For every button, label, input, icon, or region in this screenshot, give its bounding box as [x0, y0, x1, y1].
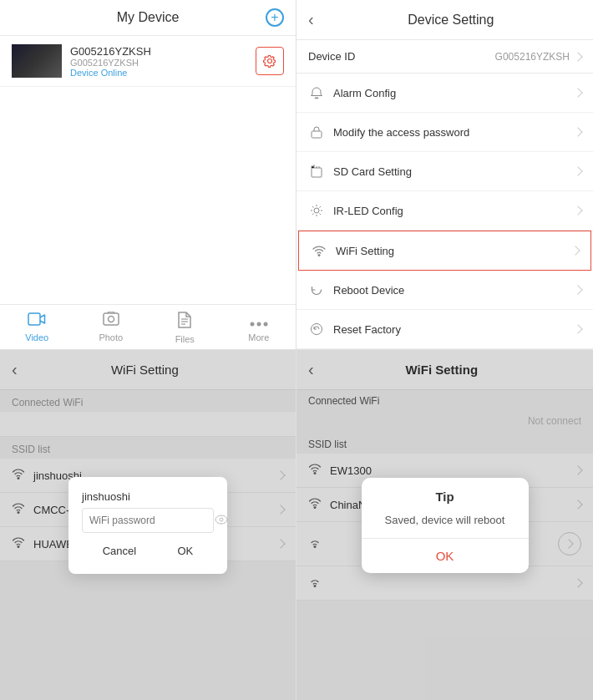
- device-setting-panel: ‹ Device Setting Device ID G005216YZKSH …: [296, 0, 593, 350]
- device-id-value: G005216YZKSH: [495, 51, 570, 63]
- setting-ir[interactable]: IR-LED Config: [296, 191, 593, 231]
- chevron-icon: [573, 88, 582, 97]
- add-device-button[interactable]: +: [266, 8, 284, 27]
- nav-video[interactable]: Video: [0, 305, 74, 349]
- device-name: G005216YZKSH: [70, 45, 256, 58]
- password-dialog-overlay: jinshuoshi Cancel OK: [0, 350, 296, 700]
- password-dialog: jinshuoshi Cancel OK: [68, 477, 227, 574]
- svg-rect-10: [312, 168, 322, 177]
- wifi-setting-panel-left: ‹ WiFi Setting Connected WiFi SSID list …: [0, 350, 296, 700]
- device-thumbnail: [12, 44, 62, 78]
- my-device-panel: My Device + G005216YZKSH G005216YZKSH De…: [0, 0, 296, 350]
- nav-files-label: Files: [175, 334, 195, 344]
- reset-icon: [308, 321, 325, 337]
- svg-rect-9: [312, 131, 322, 138]
- setting-wifi-label: WiFi Setting: [336, 245, 572, 257]
- more-icon: [250, 312, 268, 331]
- sd-icon: [308, 163, 325, 180]
- device-status: Device Online: [70, 68, 256, 78]
- nav-files[interactable]: Files: [148, 305, 222, 349]
- lock-icon: [308, 124, 325, 140]
- setting-reboot-label: Reboot Device: [333, 284, 575, 297]
- nav-photo-label: Photo: [99, 332, 123, 342]
- nav-more-label: More: [248, 332, 269, 342]
- setting-sd[interactable]: SD Card Setting: [296, 152, 593, 191]
- photo-icon: [103, 312, 119, 331]
- device-id-row: Device ID G005216YZKSH: [296, 40, 593, 74]
- svg-point-18: [220, 518, 223, 521]
- nav-photo[interactable]: Photo: [74, 305, 149, 349]
- device-settings-button[interactable]: [256, 47, 284, 75]
- wifi-password-input[interactable]: [89, 515, 215, 526]
- tip-ok-button[interactable]: OK: [362, 539, 529, 573]
- device-setting-header: ‹ Device Setting: [296, 0, 593, 40]
- chevron-icon: [573, 285, 582, 294]
- svg-rect-1: [104, 313, 119, 325]
- dialog-ssid-name: jinshuoshi: [82, 490, 214, 503]
- dialog-password-row: [82, 508, 214, 533]
- chevron-icon: [573, 205, 582, 215]
- setting-password[interactable]: Modify the access password: [296, 113, 593, 152]
- tip-dialog-overlay: Tip Saved, device will reboot OK: [296, 350, 593, 700]
- reboot-icon: [308, 282, 325, 298]
- setting-ir-label: IR-LED Config: [333, 205, 575, 217]
- setting-reset-label: Reset Factory: [333, 323, 575, 336]
- device-id-label: Device ID: [308, 50, 495, 63]
- back-button[interactable]: ‹: [308, 10, 314, 29]
- dialog-ok-button[interactable]: OK: [161, 541, 210, 561]
- wifi-setting-icon: [311, 242, 327, 259]
- nav-video-label: Video: [25, 332, 48, 342]
- nav-more[interactable]: More: [222, 305, 296, 349]
- chevron-icon: [573, 324, 582, 333]
- dialog-cancel-button[interactable]: Cancel: [86, 541, 153, 561]
- files-icon: [177, 312, 192, 332]
- device-item: G005216YZKSH G005216YZKSH Device Online: [0, 36, 296, 87]
- tip-dialog: Tip Saved, device will reboot OK: [362, 478, 529, 573]
- chevron-icon: [573, 127, 582, 136]
- dialog-buttons: Cancel OK: [82, 541, 214, 561]
- svg-point-2: [108, 317, 114, 322]
- setting-alarm-label: Alarm Config: [333, 87, 575, 99]
- bottom-nav: Video Photo File: [0, 304, 296, 349]
- video-icon: [28, 312, 46, 331]
- svg-point-17: [215, 515, 227, 524]
- chevron-icon: [573, 166, 582, 175]
- setting-alarm[interactable]: Alarm Config: [296, 74, 593, 113]
- eye-icon[interactable]: [215, 514, 228, 527]
- device-id-small: G005216YZKSH: [70, 58, 256, 68]
- device-setting-title: Device Setting: [321, 13, 581, 28]
- ir-icon: [308, 202, 325, 219]
- tip-message: Saved, device will reboot: [362, 509, 529, 538]
- setting-sd-label: SD Card Setting: [333, 165, 575, 178]
- my-device-header: My Device +: [0, 0, 296, 36]
- setting-wifi[interactable]: WiFi Setting: [298, 231, 591, 271]
- svg-point-8: [263, 322, 267, 327]
- tip-title: Tip: [362, 478, 529, 509]
- svg-point-11: [314, 208, 319, 213]
- chevron-right-icon: [573, 52, 582, 61]
- setting-password-label: Modify the access password: [333, 126, 575, 139]
- setting-reboot[interactable]: Reboot Device: [296, 271, 593, 310]
- svg-rect-0: [28, 313, 40, 325]
- setting-reset[interactable]: Reset Factory: [296, 310, 593, 349]
- svg-point-7: [256, 322, 261, 327]
- alarm-icon: [308, 84, 325, 101]
- svg-point-6: [250, 322, 254, 327]
- my-device-title: My Device: [30, 10, 266, 25]
- chevron-icon: [570, 246, 580, 255]
- wifi-setting-panel-right: ‹ WiFi Setting Connected WiFi Not connec…: [296, 350, 593, 700]
